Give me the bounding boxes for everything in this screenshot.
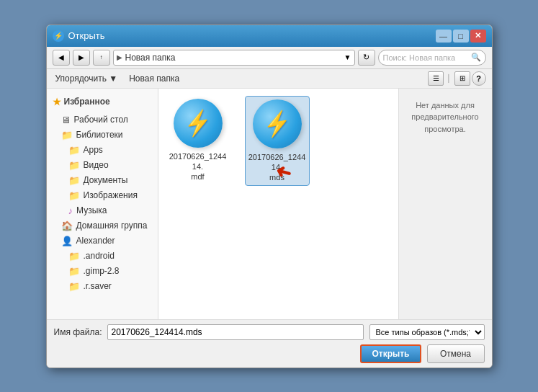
favorites-star-icon: ★ <box>53 97 61 107</box>
preview-panel: Нет данных для предварительного просмотр… <box>398 89 492 319</box>
preview-text: Нет данных для предварительного просмотр… <box>405 99 486 135</box>
gimp-icon: 📁 <box>68 266 80 277</box>
file-icon-mds: ⚡ <box>253 99 302 148</box>
back-button[interactable]: ◀ <box>53 50 70 66</box>
open-button[interactable]: Открыть <box>360 344 421 363</box>
sidebar-item-android[interactable]: 📁 .android <box>47 249 158 264</box>
sidebar-item-images-label: Изображения <box>84 190 138 200</box>
homegroup-icon: 🏠 <box>61 220 73 231</box>
path-text: Новая папка <box>125 53 176 63</box>
search-bar: Поиск: Новая папка 🔍 <box>378 50 486 66</box>
main-area: ★ Избранное 🖥 Рабочий стол 📁 Библиотеки … <box>47 89 492 319</box>
content-area: ⚡ 20170626_124414.mdf ⚡ 20170626_124414.… <box>158 89 398 319</box>
navigation-toolbar: ◀ ▶ ↑ ▶ Новая папка ▼ ↻ Поиск: Новая пап… <box>47 47 492 69</box>
path-arrow: ▶ <box>117 53 122 61</box>
view-controls: ☰ │ ⊞ ? <box>428 71 485 86</box>
file-item-mdf[interactable]: ⚡ 20170626_124414.mdf <box>166 96 230 187</box>
documents-icon: 📁 <box>68 175 80 186</box>
close-button[interactable]: ✕ <box>470 30 486 43</box>
sidebar-item-desktop[interactable]: 🖥 Рабочий стол <box>47 112 158 128</box>
view-divider: │ <box>445 74 452 82</box>
scroll-container: ⚡ 20170626_124414.mdf ⚡ 20170626_124414.… <box>158 89 398 319</box>
sidebar-item-apps[interactable]: 📁 Apps <box>47 143 158 158</box>
libraries-icon: 📁 <box>61 130 73 141</box>
title-bar-left: ⚡ Открыть <box>53 30 105 42</box>
android-icon: 📁 <box>68 251 80 262</box>
filename-input[interactable] <box>107 324 363 340</box>
images-icon: 📁 <box>68 190 80 201</box>
sidebar-item-video[interactable]: 📁 Видео <box>47 158 158 173</box>
dialog-icon: ⚡ <box>53 30 64 42</box>
button-row: Открыть Отмена <box>54 344 485 363</box>
sidebar-favorites-header: ★ Избранное <box>47 94 158 110</box>
help-button[interactable]: ? <box>472 71 486 86</box>
view-toggle-button[interactable]: ☰ <box>428 71 444 86</box>
music-icon: ♪ <box>68 205 73 216</box>
sidebar-item-homegroup-label: Домашняя группа <box>76 220 148 231</box>
lightning-icon-mdf: ⚡ <box>181 109 214 136</box>
sidebar-item-images[interactable]: 📁 Изображения <box>47 188 158 203</box>
sidebar-item-rsaver[interactable]: 📁 .r.saver <box>47 279 158 294</box>
sidebar-item-android-label: .android <box>84 251 115 261</box>
cancel-button[interactable]: Отмена <box>427 344 485 363</box>
path-bar: ▶ Новая папка ▼ <box>113 50 355 66</box>
sidebar-item-gimp-label: .gimp-2.8 <box>84 266 120 276</box>
filename-row: Имя файла: Все типы образов (*.mds;*.md <box>54 324 485 340</box>
file-icon-mdf: ⚡ <box>174 99 223 148</box>
sidebar-item-documents[interactable]: 📁 Документы <box>47 173 158 188</box>
sidebar-item-homegroup[interactable]: 🏠 Домашняя группа <box>47 218 158 233</box>
actions-bar: Упорядочить ▼ Новая папка ☰ │ ⊞ ? <box>47 69 492 89</box>
organize-button[interactable]: Упорядочить ▼ <box>53 72 121 85</box>
search-icon: 🔍 <box>471 53 481 62</box>
sidebar-item-music[interactable]: ♪ Музыка <box>47 203 158 218</box>
sidebar-item-alexander[interactable]: 👤 Alexander <box>47 233 158 249</box>
video-icon: 📁 <box>68 160 80 171</box>
sidebar-item-desktop-label: Рабочий стол <box>74 115 128 125</box>
filename-label: Имя файла: <box>54 327 102 337</box>
bottom-bar: Имя файла: Все типы образов (*.mds;*.md … <box>47 319 492 368</box>
refresh-button[interactable]: ↻ <box>358 50 375 66</box>
sidebar-favorites-label: Избранное <box>64 97 110 107</box>
lightning-icon-mds: ⚡ <box>261 110 293 137</box>
forward-button[interactable]: ▶ <box>73 50 90 66</box>
file-name-mdf: 20170626_124414.mdf <box>169 151 228 182</box>
sidebar-item-documents-label: Документы <box>84 175 128 185</box>
dialog-title: Открыть <box>68 30 105 41</box>
new-folder-button[interactable]: Новая папка <box>126 72 182 85</box>
sidebar-item-libraries[interactable]: 📁 Библиотеки <box>47 128 158 143</box>
sidebar-item-gimp[interactable]: 📁 .gimp-2.8 <box>47 264 158 279</box>
apps-icon: 📁 <box>68 145 80 156</box>
rsaver-icon: 📁 <box>68 281 80 292</box>
title-controls: — □ ✕ <box>436 30 486 43</box>
user-icon: 👤 <box>61 236 73 246</box>
path-dropdown-button[interactable]: ▼ <box>344 53 351 61</box>
sidebar-item-video-label: Видео <box>84 160 109 170</box>
maximize-button[interactable]: □ <box>453 30 469 43</box>
sidebar-item-alexander-label: Alexander <box>76 236 115 246</box>
up-button[interactable]: ↑ <box>93 50 110 66</box>
sidebar-item-rsaver-label: .r.saver <box>84 281 112 291</box>
view-layout-button[interactable]: ⊞ <box>454 71 470 86</box>
desktop-icon: 🖥 <box>61 115 71 125</box>
sidebar-item-apps-label: Apps <box>84 145 103 155</box>
sidebar: ★ Избранное 🖥 Рабочий стол 📁 Библиотеки … <box>47 89 158 319</box>
sidebar-item-music-label: Музыка <box>76 205 107 215</box>
title-bar: ⚡ Открыть — □ ✕ <box>47 25 492 47</box>
minimize-button[interactable]: — <box>436 30 452 43</box>
sidebar-item-libraries-label: Библиотеки <box>76 130 123 140</box>
open-file-dialog: ⚡ Открыть — □ ✕ ◀ ▶ ↑ ▶ Новая папка ▼ ↻ … <box>46 24 493 368</box>
search-placeholder-text: Поиск: Новая папка <box>383 53 468 62</box>
filetype-select[interactable]: Все типы образов (*.mds;*.md <box>369 324 485 340</box>
